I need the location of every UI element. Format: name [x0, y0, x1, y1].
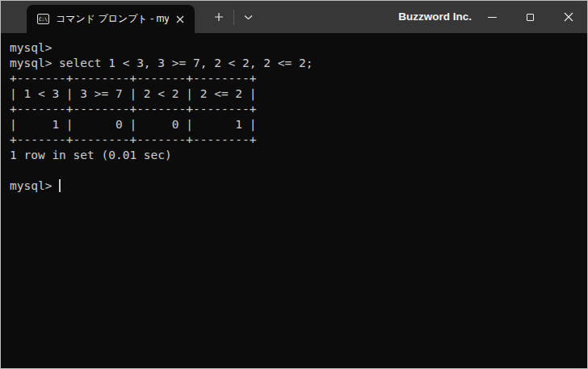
text-cursor	[59, 179, 61, 192]
close-icon	[176, 15, 184, 23]
terminal-screen[interactable]: mysql> mysql> select 1 < 3, 3 >= 7, 2 < …	[2, 33, 586, 367]
new-tab-button[interactable]	[207, 6, 231, 28]
tab-dropdown-button[interactable]	[236, 6, 260, 28]
close-button[interactable]	[549, 1, 587, 33]
titlebar-divider	[233, 10, 234, 25]
cmd-prompt-icon: C:\	[37, 14, 49, 24]
tab-title: コマンド プロンプト - mysql -u roo	[56, 12, 169, 26]
terminal-window: C:\ コマンド プロンプト - mysql -u roo Buzzword I…	[0, 0, 588, 369]
tab-command-prompt[interactable]: C:\ コマンド プロンプト - mysql -u roo	[27, 5, 195, 33]
terminal-text: mysql> mysql> select 1 < 3, 3 >= 7, 2 < …	[10, 41, 313, 192]
terminal-output: mysql> mysql> select 1 < 3, 3 >= 7, 2 < …	[10, 40, 578, 194]
maximize-button[interactable]	[511, 1, 549, 33]
brand-text: Buzzword Inc.	[398, 1, 472, 33]
maximize-icon	[527, 14, 534, 21]
tab-close-button[interactable]	[172, 11, 188, 27]
plus-icon	[214, 12, 224, 22]
minimize-icon	[488, 17, 497, 18]
titlebar[interactable]: C:\ コマンド プロンプト - mysql -u roo Buzzword I…	[1, 1, 587, 33]
minimize-button[interactable]	[473, 1, 511, 33]
window-controls	[473, 1, 587, 33]
close-icon	[564, 12, 573, 22]
chevron-down-icon	[244, 15, 253, 20]
